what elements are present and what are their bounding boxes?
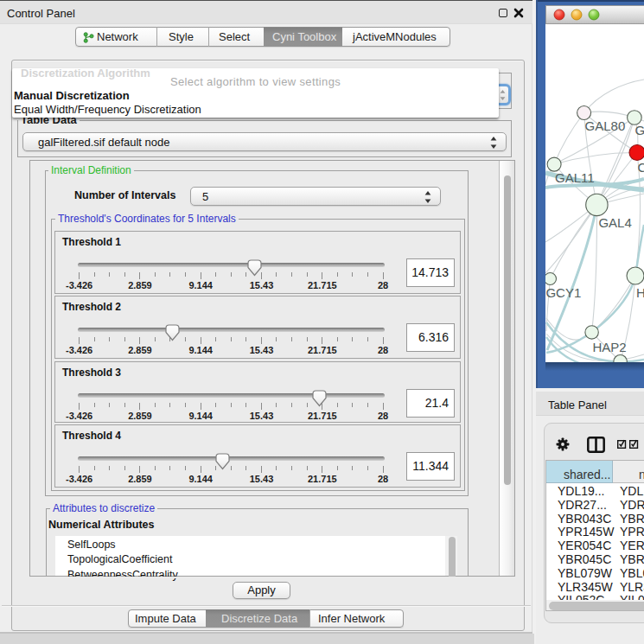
svg-text:GAL4: GAL4 — [598, 215, 631, 230]
svg-text:GCY1: GCY1 — [545, 285, 581, 300]
svg-text:GAL80: GAL80 — [585, 118, 626, 133]
svg-text:GAL4: GAL4 — [634, 123, 644, 137]
svg-text:HAP2: HAP2 — [592, 340, 626, 354]
svg-text:CY: CY — [638, 160, 644, 175]
svg-text:HIS4: HIS4 — [636, 285, 644, 300]
svg-text:GAL11: GAL11 — [555, 170, 595, 185]
